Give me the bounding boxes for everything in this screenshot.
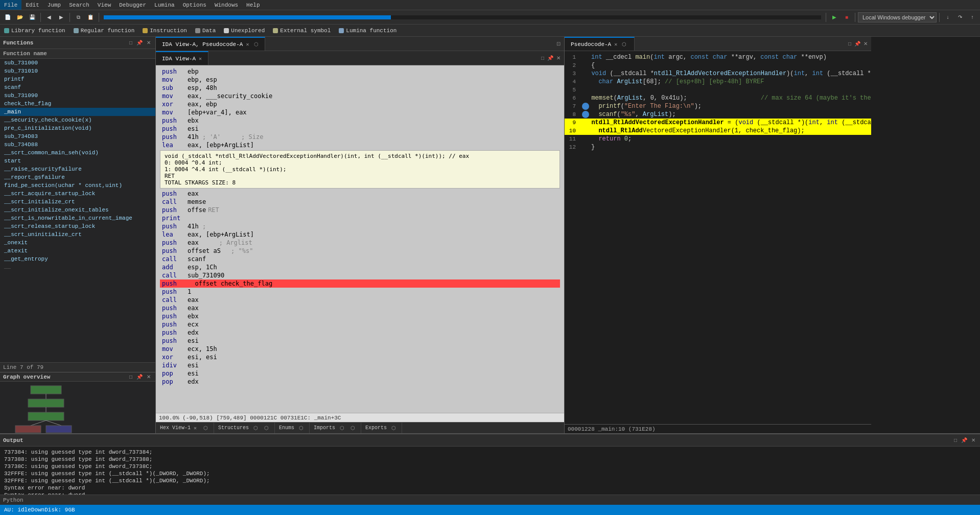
open-btn[interactable]: 📂 <box>14 12 26 23</box>
ida-view-close[interactable]: ✕ <box>555 55 562 61</box>
tab-exports[interactable]: Exports ⬡ <box>361 423 402 434</box>
menu-options[interactable]: Options <box>179 0 211 10</box>
pseudo-pin[interactable]: 📌 <box>853 40 862 47</box>
function-item-report-gsfailure[interactable]: __report_gsfailure <box>0 173 155 181</box>
tab-ida-close[interactable]: ✕ <box>246 41 249 48</box>
paste-btn[interactable]: 📋 <box>85 12 96 23</box>
functions-list[interactable]: sub_731000 sub_731010 printf scanf sub_7… <box>0 59 155 362</box>
step-btn[interactable]: ↓ <box>942 12 953 23</box>
legend-unexplored: Unexplored <box>224 28 265 34</box>
function-item-pre-c-init[interactable]: pre_c_initialization(void) <box>0 124 155 132</box>
menu-edit[interactable]: Edit <box>21 0 43 10</box>
tab-ida-view-a[interactable]: IDA View-A ✕ <box>156 51 208 65</box>
menu-jump[interactable]: Jump <box>43 0 65 10</box>
tab-enums-label: Enums <box>279 425 294 431</box>
back-btn[interactable]: ◀ <box>43 12 55 23</box>
enum-icon[interactable]: ⬡ <box>297 425 305 431</box>
circle-8[interactable] <box>582 111 589 118</box>
graph-close[interactable]: ✕ <box>145 373 152 380</box>
ida-view-maximize[interactable]: □ <box>540 55 546 61</box>
function-item-atexit[interactable]: _atexit <box>0 247 155 255</box>
function-item-sub731090[interactable]: sub_731090 <box>0 91 155 100</box>
import-icon2[interactable]: ⬡ <box>349 425 357 431</box>
function-item-security-check[interactable]: __security_check_cookie(x) <box>0 116 155 124</box>
tab-hex-close[interactable]: ✕ <box>194 425 197 431</box>
panel-close[interactable]: ✕ <box>145 39 152 46</box>
pseudo-sync[interactable]: ⬡ <box>620 41 628 48</box>
tooltip-line-3: 1: 0004 ^4.4 int (__stdcall *)(int); <box>165 166 555 173</box>
menu-windows[interactable]: Windows <box>211 0 242 10</box>
tab-imports[interactable]: Imports ⬡ ⬡ <box>310 423 361 434</box>
tab-ida-view-a-close[interactable]: ✕ <box>199 56 202 62</box>
forward-btn[interactable]: ▶ <box>56 12 67 23</box>
asm-code-view[interactable]: pushebp movebp, esp subesp, 48h moveax, … <box>156 65 564 413</box>
graph-minimize[interactable]: □ <box>128 373 134 380</box>
struct-close-extra[interactable]: ⬡ <box>263 425 270 431</box>
tab-hex-view[interactable]: Hex View-1 ✕ ⬡ <box>156 423 214 434</box>
stepout-btn[interactable]: ↑ <box>967 12 978 23</box>
stop-btn[interactable]: ■ <box>841 12 852 23</box>
function-item-find-pe[interactable]: find_pe_section(uchar * const,uint) <box>0 181 155 190</box>
function-item-sub734d83[interactable]: sub_734D83 <box>0 132 155 141</box>
function-item-sub731000[interactable]: sub_731000 <box>0 59 155 67</box>
function-item-release-lock[interactable]: __scrt_release_startup_lock <box>0 222 155 230</box>
run-btn[interactable]: ▶ <box>829 12 840 23</box>
menu-help[interactable]: Help <box>242 0 264 10</box>
panel-minimize[interactable]: □ <box>128 39 134 46</box>
graph-pin[interactable]: 📌 <box>135 373 144 380</box>
panel-pin[interactable]: 📌 <box>135 39 144 46</box>
function-item-main[interactable]: _main <box>0 108 155 116</box>
copy-btn[interactable]: ⧉ <box>73 12 84 23</box>
function-item-uninit-crt[interactable]: __scrt_uninitialize_crt <box>0 230 155 239</box>
status-direction: Down <box>31 507 44 513</box>
menu-view[interactable]: View <box>94 0 115 10</box>
import-icon1[interactable]: ⬡ <box>338 425 346 431</box>
tab-pseudo-close[interactable]: ✕ <box>614 41 617 48</box>
function-item-get-entropy[interactable]: __get_entropy <box>0 255 155 263</box>
new-btn[interactable]: 📄 <box>2 12 13 23</box>
asm-line-lea-arglist: leaeax, [ebp+ArgList] <box>160 141 560 149</box>
function-item-printf[interactable]: printf <box>0 75 155 83</box>
export-icon[interactable]: ⬡ <box>390 425 398 431</box>
asm-container: pushebp movebp, esp subesp, 48h moveax, … <box>160 67 560 386</box>
tab-imports-label: Imports <box>314 425 335 431</box>
menu-search[interactable]: Search <box>65 0 94 10</box>
function-item-check-flag[interactable]: check_the_flag <box>0 100 155 108</box>
output-minimize[interactable]: □ <box>952 437 959 443</box>
menu-file[interactable]: File <box>0 0 21 10</box>
tab-pseudocode[interactable]: Pseudocode-A ✕ ⬡ <box>565 37 635 51</box>
function-item-scrt-common[interactable]: __scrt_common_main_seh(void) <box>0 149 155 157</box>
menu-lumina[interactable]: Lumina <box>150 0 179 10</box>
function-item-nonwritable[interactable]: __scrt_is_nonwritable_in_current_image <box>0 214 155 222</box>
tab-sync[interactable]: ⊡ <box>555 40 562 47</box>
panel-controls: □ 📌 ✕ <box>128 39 152 46</box>
debug-combo[interactable]: Local Windows debugger <box>858 12 937 22</box>
struct-icon[interactable]: ⬡ <box>252 425 260 431</box>
tab-enums[interactable]: Enums ⬡ <box>275 423 310 434</box>
asm-line-idiv-esi: idivesi <box>160 361 560 369</box>
graph-content[interactable] <box>0 382 155 433</box>
function-item-onexit[interactable]: _onexit <box>0 239 155 247</box>
svg-rect-7 <box>15 426 41 433</box>
function-item-scanf[interactable]: scanf <box>0 83 155 91</box>
hex-sync[interactable]: ⬡ <box>202 425 209 431</box>
stepover-btn[interactable]: ↷ <box>954 12 966 23</box>
tab-ida-view[interactable]: IDA View-A, Pseudocode-A ✕ ⬡ <box>156 37 265 51</box>
function-item-start[interactable]: start <box>0 157 155 165</box>
function-item-init-crt[interactable]: __scrt_initialize_crt <box>0 198 155 206</box>
tab-structures[interactable]: Structures ⬡ ⬡ <box>214 423 275 434</box>
save-btn[interactable]: 💾 <box>27 12 38 23</box>
pseudocode-view[interactable]: 1 int __cdecl main(int argc, const char … <box>565 51 871 424</box>
function-item-init-onexit[interactable]: __scrt_initialize_onexit_tables <box>0 206 155 214</box>
output-close[interactable]: ✕ <box>970 437 977 443</box>
pseudo-minimize[interactable]: □ <box>847 40 853 47</box>
function-item-acquire-lock[interactable]: __scrt_acquire_startup_lock <box>0 190 155 198</box>
circle-7[interactable] <box>582 103 589 110</box>
function-item-raise-security[interactable]: __raise_securityfailure <box>0 165 155 173</box>
function-item-sub734d88[interactable]: sub_734D88 <box>0 141 155 149</box>
function-item-sub731010[interactable]: sub_731010 <box>0 67 155 75</box>
output-pin[interactable]: 📌 <box>960 437 969 443</box>
pseudo-close-panel[interactable]: ✕ <box>862 40 869 47</box>
ida-view-pin[interactable]: 📌 <box>546 55 555 61</box>
menu-debugger[interactable]: Debugger <box>115 0 150 10</box>
